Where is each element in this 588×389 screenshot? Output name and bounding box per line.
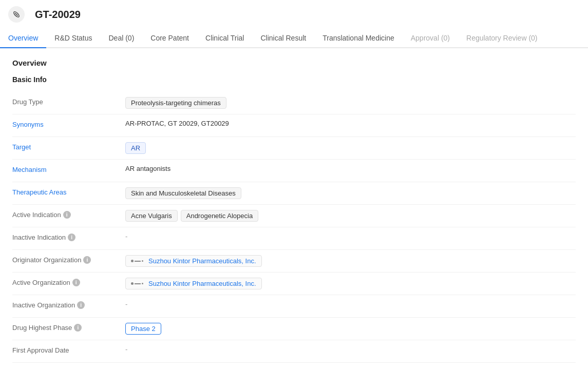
tab-regulatory-review--0-: Regulatory Review (0) [458, 29, 546, 48]
field-label-0: Drug Type [12, 97, 125, 106]
info-row: Therapeutic AreasSkin and Musculoskeleta… [12, 182, 576, 205]
field-value-4: Skin and Musculoskeletal Diseases [125, 187, 576, 199]
phase-chip[interactable]: Phase 2 [125, 323, 161, 335]
target-chip[interactable]: AR [125, 142, 146, 154]
info-row: SynonymsAR-PROTAC, GT 20029, GT20029 [12, 114, 576, 137]
tab-approval--0-: Approval (0) [403, 29, 458, 48]
field-value-3: AR antagonists [125, 165, 576, 172]
info-row: MechanismAR antagonists [12, 160, 576, 182]
field-label-5: Active Indicationi [12, 210, 125, 219]
org-icon [131, 282, 143, 285]
field-value-1: AR-PROTAC, GT 20029, GT20029 [125, 120, 576, 127]
chip: Androgenetic Alopecia [181, 210, 258, 222]
plain-value: AR-PROTAC, GT 20029, GT20029 [125, 120, 229, 127]
tab-clinical-result[interactable]: Clinical Result [252, 29, 314, 48]
info-row: Drug Highest PhaseiPhase 2 [12, 318, 576, 340]
dash-value: - [125, 300, 127, 308]
org-icon [131, 260, 143, 262]
tab-clinical-trial[interactable]: Clinical Trial [197, 29, 252, 48]
section-title: Overview [12, 59, 576, 67]
info-icon-7[interactable]: i [83, 256, 91, 264]
info-row: Inactive Organizationi- [12, 295, 576, 318]
field-value-5: Acne VulgarisAndrogenetic Alopecia [125, 210, 576, 222]
field-label-6: Inactive Indicationi [12, 232, 125, 241]
tab-overview[interactable]: Overview [0, 29, 46, 48]
dash-value: - [125, 232, 127, 240]
tab-deal--0-[interactable]: Deal (0) [101, 29, 143, 48]
field-label-2: Target [12, 142, 125, 151]
field-value-6: - [125, 232, 576, 240]
field-value-2: AR [125, 142, 576, 154]
field-label-1: Synonyms [12, 120, 125, 128]
info-icon-9[interactable]: i [77, 301, 85, 309]
field-value-8: Suzhou Kintor Pharmaceuticals, Inc. [125, 278, 576, 289]
drug-title: GT-20029 [35, 9, 81, 21]
field-label-11: First Approval Date [12, 345, 125, 354]
tab-r&d-status[interactable]: R&D Status [46, 29, 100, 48]
field-label-7: Originator Organizationi [12, 255, 125, 264]
info-icon-5[interactable]: i [63, 211, 71, 219]
drug-icon [8, 6, 25, 23]
info-row: Active Organizationi Suzhou Kintor Pharm… [12, 273, 576, 295]
org-chip[interactable]: Suzhou Kintor Pharmaceuticals, Inc. [125, 278, 262, 289]
field-value-11: - [125, 345, 576, 353]
info-row: Active IndicationiAcne VulgarisAndrogene… [12, 205, 576, 227]
chip: Acne Vulgaris [125, 210, 178, 222]
dash-value: - [125, 345, 127, 353]
info-row: Drug TypeProteolysis-targeting chimeras [12, 92, 576, 114]
tab-translational-medicine[interactable]: Translational Medicine [314, 29, 403, 48]
tabs-bar: OverviewR&D StatusDeal (0)Core PatentCli… [0, 29, 588, 48]
chip: Proteolysis-targeting chimeras [125, 97, 226, 109]
info-icon-10[interactable]: i [74, 324, 82, 332]
subsection-title: Basic Info [12, 75, 576, 84]
info-row: TargetAR [12, 137, 576, 160]
field-value-7: Suzhou Kintor Pharmaceuticals, Inc. [125, 255, 576, 267]
org-chip[interactable]: Suzhou Kintor Pharmaceuticals, Inc. [125, 255, 262, 267]
info-icon-8[interactable]: i [72, 279, 80, 286]
info-row: Originator Organizationi Suzhou Kintor P… [12, 250, 576, 273]
tab-core-patent[interactable]: Core Patent [142, 29, 197, 48]
plain-value: AR antagonists [125, 165, 170, 172]
field-label-10: Drug Highest Phasei [12, 323, 125, 332]
field-value-0: Proteolysis-targeting chimeras [125, 97, 576, 109]
field-label-9: Inactive Organizationi [12, 300, 125, 309]
field-label-8: Active Organizationi [12, 278, 125, 286]
chip: Skin and Musculoskeletal Diseases [125, 187, 241, 199]
info-row: Inactive Indicationi- [12, 227, 576, 250]
field-label-3: Mechanism [12, 165, 125, 173]
field-value-10: Phase 2 [125, 323, 576, 335]
content-area: Overview Basic Info Drug TypeProteolysis… [0, 48, 588, 373]
info-row: First Approval Date- [12, 340, 576, 363]
header: GT-20029 [0, 0, 588, 29]
field-label-4: Therapeutic Areas [12, 187, 125, 196]
field-value-9: - [125, 300, 576, 308]
info-icon-6[interactable]: i [68, 234, 75, 241]
